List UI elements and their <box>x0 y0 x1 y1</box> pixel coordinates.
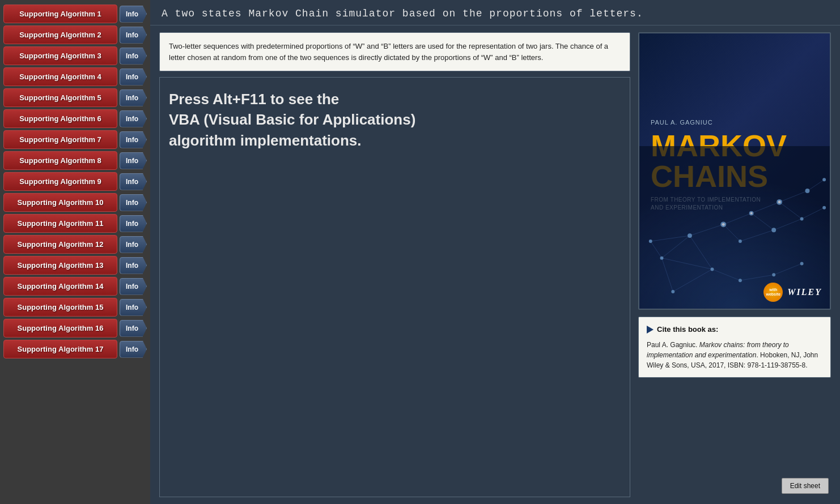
description-box: Two-letter sequences with predetermined … <box>159 32 630 71</box>
main-body-wrapper: Two-letter sequences with predetermined … <box>150 25 840 504</box>
algo-row-4: Supporting Algorithm 4Info <box>3 67 147 86</box>
algo-row-14: Supporting Algorithm 14Info <box>3 277 147 296</box>
algo-button-12[interactable]: Supporting Algorithm 12 <box>3 235 117 254</box>
svg-point-40 <box>778 201 781 204</box>
right-panel: PAUL A. GAGNIUC MARKOV CHAINS FROM THEOR… <box>638 32 831 497</box>
algo-row-6: Supporting Algorithm 6Info <box>3 109 147 128</box>
algo-button-7[interactable]: Supporting Algorithm 7 <box>3 130 117 149</box>
vba-line2: VBA (Visual Basic for Applications) <box>169 109 621 130</box>
info-button-7[interactable]: Info <box>120 131 147 148</box>
algo-button-5[interactable]: Supporting Algorithm 5 <box>3 88 117 107</box>
algo-button-15[interactable]: Supporting Algorithm 15 <box>3 298 117 317</box>
algo-row-7: Supporting Algorithm 7Info <box>3 130 147 149</box>
svg-point-30 <box>771 228 776 233</box>
algo-button-14[interactable]: Supporting Algorithm 14 <box>3 277 117 296</box>
svg-point-39 <box>722 223 725 226</box>
play-icon <box>647 326 654 334</box>
svg-point-31 <box>800 217 804 221</box>
book-author: PAUL A. GAGNIUC <box>651 119 713 126</box>
algo-button-8[interactable]: Supporting Algorithm 8 <box>3 151 117 170</box>
wiley-logo: WILEY <box>787 287 822 297</box>
info-button-4[interactable]: Info <box>120 69 147 86</box>
algo-row-8: Supporting Algorithm 8Info <box>3 151 147 170</box>
content-panel: Two-letter sequences with predetermined … <box>159 32 630 497</box>
algo-row-13: Supporting Algorithm 13Info <box>3 256 147 275</box>
algo-button-11[interactable]: Supporting Algorithm 11 <box>3 214 117 233</box>
info-button-8[interactable]: Info <box>120 152 147 169</box>
vba-line1: Press Alt+F11 to see the <box>169 89 621 109</box>
sidebar: Supporting Algorithm 1InfoSupporting Alg… <box>0 0 150 504</box>
info-button-12[interactable]: Info <box>120 236 147 253</box>
info-button-2[interactable]: Info <box>120 27 147 44</box>
algo-button-17[interactable]: Supporting Algorithm 17 <box>3 340 117 358</box>
info-button-17[interactable]: Info <box>120 341 147 358</box>
book-bottom-bar: withwebsite WILEY <box>763 283 822 302</box>
svg-point-37 <box>822 206 826 210</box>
cite-title: Cite this book as: <box>657 324 718 335</box>
algo-row-5: Supporting Algorithm 5Info <box>3 88 147 107</box>
info-button-5[interactable]: Info <box>120 89 147 106</box>
svg-point-28 <box>805 189 810 194</box>
algo-row-11: Supporting Algorithm 11Info <box>3 214 147 233</box>
svg-point-23 <box>688 234 692 238</box>
cite-box: Cite this book as: Paul A. Gagniuc. Mark… <box>638 317 831 378</box>
info-button-1[interactable]: Info <box>120 6 147 23</box>
svg-point-41 <box>750 212 753 215</box>
info-button-16[interactable]: Info <box>120 320 147 337</box>
main-title: A two states Markov Chain simulator base… <box>162 8 829 19</box>
svg-point-36 <box>822 178 826 182</box>
info-button-13[interactable]: Info <box>120 257 147 274</box>
algo-button-2[interactable]: Supporting Algorithm 2 <box>3 25 117 44</box>
algo-button-1[interactable]: Supporting Algorithm 1 <box>3 5 117 23</box>
edit-sheet-button[interactable]: Edit sheet <box>782 478 829 494</box>
algo-row-3: Supporting Algorithm 3Info <box>3 46 147 65</box>
info-button-10[interactable]: Info <box>120 194 147 211</box>
vba-line3: algorithm implementations. <box>169 130 621 151</box>
algo-row-15: Supporting Algorithm 15Info <box>3 298 147 317</box>
main-content: A two states Markov Chain simulator base… <box>150 0 840 504</box>
badge-text: withwebsite <box>766 288 780 296</box>
description-text: Two-letter sequences with predetermined … <box>169 42 608 62</box>
algo-row-12: Supporting Algorithm 12Info <box>3 235 147 254</box>
cite-header: Cite this book as: <box>647 324 822 335</box>
simulation-area: Press Alt+F11 to see the VBA (Visual Bas… <box>159 77 630 497</box>
svg-point-22 <box>660 257 664 260</box>
algo-button-4[interactable]: Supporting Algorithm 4 <box>3 67 117 86</box>
svg-point-32 <box>739 279 742 283</box>
svg-point-24 <box>711 268 714 271</box>
algo-button-3[interactable]: Supporting Algorithm 3 <box>3 46 117 65</box>
svg-point-35 <box>671 290 674 293</box>
main-body: Two-letter sequences with predetermined … <box>150 25 840 504</box>
info-button-9[interactable]: Info <box>120 173 147 190</box>
algo-button-9[interactable]: Supporting Algorithm 9 <box>3 172 117 191</box>
book-cover: PAUL A. GAGNIUC MARKOV CHAINS FROM THEOR… <box>638 32 831 310</box>
algo-row-17: Supporting Algorithm 17Info <box>3 340 147 358</box>
vba-notice: Press Alt+F11 to see the VBA (Visual Bas… <box>160 78 630 162</box>
wiley-badge: withwebsite <box>763 283 783 302</box>
algo-button-13[interactable]: Supporting Algorithm 13 <box>3 256 117 275</box>
info-button-3[interactable]: Info <box>120 48 147 65</box>
svg-point-29 <box>739 240 742 243</box>
algo-row-1: Supporting Algorithm 1Info <box>3 5 147 23</box>
algo-row-16: Supporting Algorithm 16Info <box>3 319 147 338</box>
algo-button-16[interactable]: Supporting Algorithm 16 <box>3 319 117 338</box>
algo-button-6[interactable]: Supporting Algorithm 6 <box>3 109 117 128</box>
info-button-6[interactable]: Info <box>120 110 147 127</box>
algo-row-9: Supporting Algorithm 9Info <box>3 172 147 191</box>
info-button-15[interactable]: Info <box>120 299 147 316</box>
algo-row-10: Supporting Algorithm 10Info <box>3 193 147 212</box>
algo-button-10[interactable]: Supporting Algorithm 10 <box>3 193 117 212</box>
svg-point-38 <box>649 240 652 243</box>
algo-row-2: Supporting Algorithm 2Info <box>3 25 147 44</box>
svg-point-33 <box>772 274 775 277</box>
info-button-14[interactable]: Info <box>120 278 147 295</box>
info-button-11[interactable]: Info <box>120 215 147 232</box>
main-header: A two states Markov Chain simulator base… <box>150 0 840 25</box>
svg-point-34 <box>800 262 804 266</box>
cite-text: Paul A. Gagniuc. Markov chains: from the… <box>647 340 822 370</box>
